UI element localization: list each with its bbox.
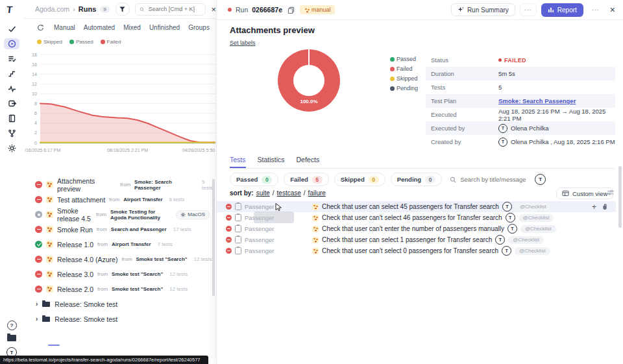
legend-item[interactable]: Pending	[390, 85, 418, 91]
report-button[interactable]: Report	[541, 3, 583, 17]
run-list-item[interactable]: Release 3.0 from Smoke test "Search" 12 …	[23, 267, 216, 282]
legend-dot	[390, 67, 395, 71]
manual-paw-icon	[304, 7, 310, 13]
info-value: T 5m 5s	[498, 70, 515, 77]
test-tag[interactable]: @Checklist	[508, 236, 544, 244]
legend-item[interactable]: Failed	[390, 66, 418, 72]
attach-link-icon[interactable]	[602, 203, 608, 210]
assignee-avatar[interactable]: T	[502, 202, 512, 212]
legend-item[interactable]: Failed	[101, 39, 121, 45]
test-tag[interactable]: @Checklist	[520, 225, 556, 233]
test-tag[interactable]: @Checklist	[515, 247, 550, 255]
breadcrumb-project[interactable]: Agoda.com	[35, 5, 69, 13]
export-icon[interactable]	[4, 98, 19, 109]
analytics-pulse-icon[interactable]	[4, 83, 19, 94]
svg-text:16: 16	[32, 62, 37, 67]
more-actions-button[interactable]: ···	[520, 3, 537, 16]
sort-option-link[interactable]: testcase	[277, 189, 301, 197]
run-from-label: from	[96, 212, 106, 217]
test-row[interactable]: Passenger Check that user can select 1 p…	[217, 234, 616, 245]
pagination-indicator[interactable]	[48, 345, 60, 346]
run-summary-button[interactable]: Run Summary	[451, 3, 515, 16]
run-list-item[interactable]: Release 1.0 from Airport Transfer 7 test…	[23, 237, 216, 252]
custom-view-button[interactable]: Custom view	[556, 188, 613, 199]
filter-funnel-button[interactable]	[116, 3, 130, 16]
run-folder-item[interactable]: › Release: Smoke test	[23, 297, 216, 311]
detail-tab[interactable]: Statistics	[258, 156, 285, 168]
test-failed-icon	[226, 226, 232, 232]
tests-search-input[interactable]	[459, 175, 530, 184]
view-settings-sliders-icon[interactable]	[607, 189, 615, 196]
run-tests-count: 12 tests	[194, 256, 212, 262]
mouse-cursor	[275, 203, 282, 212]
run-list: Attachments preview from Smoke: Search P…	[23, 177, 216, 326]
result-filter-pill[interactable]: Passed0	[230, 173, 278, 186]
run-list-item[interactable]: Smoke Run from Search and Passenger 17 t…	[23, 222, 216, 237]
refresh-icon[interactable]	[36, 23, 45, 32]
steps-icon[interactable]	[4, 68, 19, 79]
run-filter-tab[interactable]: Groups	[188, 24, 210, 31]
run-list-item[interactable]: Release 4.0 (Azure) from Smoke test "Sea…	[23, 252, 216, 267]
run-filter-tab[interactable]: Mixed	[123, 24, 141, 31]
chevron-right-icon[interactable]: ›	[36, 315, 38, 322]
detail-tab[interactable]: Defects	[297, 156, 320, 168]
assignee-avatar[interactable]: T	[506, 213, 515, 223]
page-title: Attachments preview	[230, 25, 315, 35]
result-filter-pill[interactable]: Pending0	[391, 173, 442, 186]
breadcrumb-page[interactable]: Runs	[79, 5, 97, 13]
detail-tab[interactable]: Tests	[230, 156, 246, 168]
run-filter-tab[interactable]: Automated	[84, 24, 115, 31]
run-list-item[interactable]: Test attachment from Airport Transfer 8 …	[23, 192, 216, 207]
manual-test-icon	[312, 215, 319, 221]
legend-item[interactable]: Passed	[390, 56, 418, 62]
detail-tabs: TestsStatisticsDefects	[230, 156, 615, 169]
legend-item[interactable]: Skipped	[390, 75, 418, 82]
search-input[interactable]	[147, 5, 202, 13]
settings-gear-icon[interactable]	[4, 143, 19, 154]
set-labels-link[interactable]: Set labels	[230, 40, 256, 46]
tests-search[interactable]	[450, 175, 530, 184]
run-filter-tab[interactable]: Unfinished	[149, 24, 180, 31]
sort-option-link[interactable]: suite	[256, 189, 270, 197]
run-list-item[interactable]: Attachments preview from Smoke: Search P…	[23, 177, 216, 192]
global-search[interactable]	[135, 3, 206, 16]
chevron-right-icon[interactable]: ›	[36, 300, 38, 308]
run-filter-tab[interactable]: Manual	[54, 24, 75, 31]
help-icon[interactable]: ?	[0, 321, 23, 330]
branch-fork-icon[interactable]	[4, 128, 19, 139]
add-icon[interactable]: +	[592, 203, 596, 211]
run-list-item[interactable]: Smoke release 4.5 from Smoke Testing for…	[23, 207, 216, 222]
legend-item[interactable]: Passed	[69, 39, 93, 45]
overflow-menu-button[interactable]: ···	[588, 3, 604, 16]
assignee-avatar[interactable]: T	[495, 235, 505, 245]
legend-item[interactable]: Skipped	[37, 39, 62, 45]
run-title: Release 1.0	[57, 241, 93, 249]
runs-icon[interactable]	[4, 38, 19, 49]
assignee-avatar[interactable]: T	[535, 174, 546, 185]
environment-badge[interactable]: MacOS	[176, 210, 210, 219]
projects-folder-icon[interactable]	[0, 335, 23, 341]
sort-option-link[interactable]: failure	[308, 189, 326, 197]
results-list-icon[interactable]	[4, 53, 19, 64]
test-tag[interactable]: @Checklist	[515, 203, 551, 211]
sort-separator: /	[304, 189, 306, 197]
copy-icon[interactable]	[286, 5, 296, 15]
test-row[interactable]: Passenger Check that user can't select 0…	[217, 245, 616, 256]
run-folder-item[interactable]: › Release: Smoke test	[23, 311, 216, 326]
assignee-avatar[interactable]: T	[507, 224, 517, 234]
close-icon[interactable]: ×	[608, 5, 617, 15]
status-url-bar: https://beta.testomat.io/projects/transf…	[0, 356, 208, 364]
result-filter-pill[interactable]: Skipped0	[334, 173, 385, 186]
test-row[interactable]: Passenger Check that user can't enter th…	[217, 223, 616, 234]
left-scrollbar-thumb[interactable]	[212, 179, 215, 296]
right-scrollbar-thumb[interactable]	[618, 166, 622, 228]
test-tag[interactable]: @Checklist	[519, 214, 554, 222]
panel-close-icon[interactable]: ×	[211, 5, 216, 14]
app-logo[interactable]: T	[6, 4, 13, 15]
assignee-avatar[interactable]: T	[502, 246, 511, 256]
docs-icon[interactable]	[4, 113, 19, 124]
run-list-item[interactable]: Release 2.0 from Smoke test "Search" 12 …	[23, 282, 216, 297]
manual-run-icon	[46, 256, 53, 263]
tests-icon[interactable]	[4, 23, 19, 34]
result-filter-pill[interactable]: Failed5	[284, 173, 328, 186]
